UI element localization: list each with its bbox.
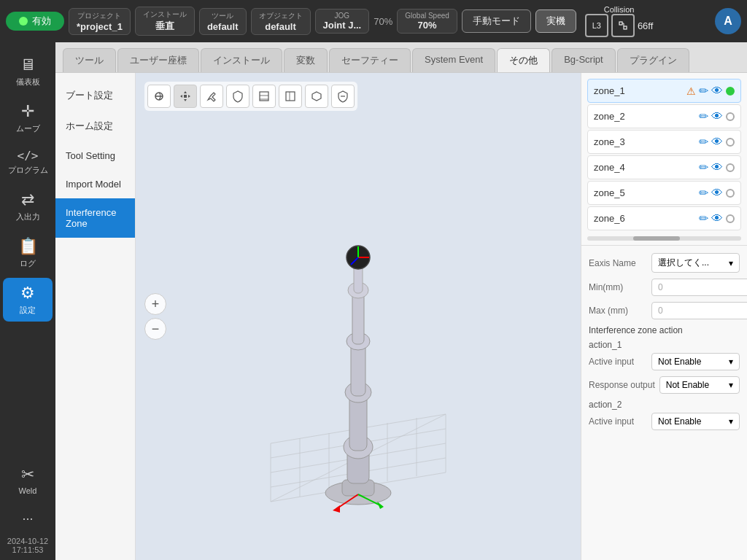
zone-3-edit-icon[interactable]: ✏: [699, 135, 708, 149]
nav-tool-setting[interactable]: Tool Setting: [55, 141, 135, 170]
interference-zone-title: Interference zone action: [589, 325, 740, 335]
view-btn-shield2[interactable]: [331, 85, 355, 108]
content-area: ツール ユーザー座標 インストール 変数 セーフティー System Event…: [55, 42, 747, 560]
sidebar-label-log: ログ: [20, 258, 36, 269]
view-btn-move[interactable]: [174, 85, 197, 108]
global-label: Global Speed: [405, 12, 449, 20]
nav-interference-zone[interactable]: Interference Zone: [55, 198, 135, 238]
active-input-row: Active input Not Enable ▾: [589, 353, 740, 370]
tab-safety[interactable]: セーフティー: [329, 48, 411, 72]
tab-variables[interactable]: 変数: [284, 48, 328, 72]
sidebar-weld[interactable]: ✂ Weld: [15, 459, 42, 501]
response-output-dropdown[interactable]: Not Enable ▾: [659, 376, 740, 394]
zone-1-eye-icon[interactable]: 👁: [711, 85, 723, 98]
min-input[interactable]: [651, 279, 747, 296]
install-value: 垂直: [155, 20, 174, 33]
zone-2-edit-icon[interactable]: ✏: [699, 109, 708, 123]
active-input-value: Not Enable: [658, 357, 701, 367]
svg-marker-44: [377, 502, 384, 509]
tabs-bar: ツール ユーザー座標 インストール 変数 セーフティー System Event…: [55, 42, 747, 73]
view-btn-tool[interactable]: [200, 85, 223, 108]
view-toolbar: [144, 82, 357, 111]
object-value: default: [265, 21, 296, 32]
view-btn-box3[interactable]: [305, 85, 328, 108]
zone-2-eye-icon[interactable]: 👁: [711, 110, 723, 123]
manual-mode-button[interactable]: 手動モード: [462, 9, 531, 33]
tab-other[interactable]: その他: [497, 48, 550, 72]
response-output-chevron-icon: ▾: [729, 380, 733, 390]
zone-5-eye-icon[interactable]: 👁: [711, 187, 723, 200]
project-label: プロジェクト: [77, 11, 121, 21]
sidebar-item-settings[interactable]: ⚙ 設定: [3, 278, 53, 322]
collision-expand-icon[interactable]: [611, 14, 635, 37]
program-icon: </>: [18, 149, 39, 163]
max-input[interactable]: [651, 302, 747, 319]
svg-marker-42: [333, 505, 340, 513]
sidebar-item-log[interactable]: 📋 ログ: [3, 231, 53, 275]
eaxis-label: Eaxis Name: [589, 258, 647, 268]
eaxis-placeholder: 選択してく...: [658, 257, 709, 269]
main-layout: 🖥 儀表板 ✛ ムーブ </> プログラム ⇄ 入出力 📋 ログ ⚙ 設定 ✂ …: [0, 42, 747, 560]
zoom-in-button[interactable]: +: [144, 293, 166, 315]
active-input2-dropdown[interactable]: Not Enable ▾: [651, 413, 740, 430]
sidebar-item-dashboard[interactable]: 🖥 儀表板: [3, 50, 53, 93]
view-btn-rotate[interactable]: [147, 85, 171, 108]
global-speed-group[interactable]: Global Speed 70%: [397, 9, 457, 34]
zone-2-name: zone_2: [594, 111, 696, 122]
status-dot: [19, 17, 28, 26]
zone-3-dot: [726, 138, 735, 147]
tab-user-coord[interactable]: ユーザー座標: [117, 48, 199, 72]
eaxis-select[interactable]: 選択してく... ▾: [651, 253, 740, 273]
view-btn-shield[interactable]: [226, 85, 249, 108]
active-input2-row: Active input Not Enable ▾: [589, 413, 740, 430]
dashboard-icon: 🖥: [20, 55, 36, 74]
nav-home-settings[interactable]: ホーム設定: [55, 111, 135, 141]
tool-group[interactable]: ツール default: [199, 8, 247, 35]
nav-boot-settings[interactable]: ブート設定: [55, 80, 135, 111]
zone-6-edit-icon[interactable]: ✏: [699, 211, 708, 225]
status-button[interactable]: 有効: [6, 12, 64, 31]
zoom-out-button[interactable]: −: [144, 318, 166, 340]
active-mode-button[interactable]: 実機: [535, 9, 576, 33]
zone-4-eye-icon[interactable]: 👁: [711, 161, 723, 174]
svg-rect-0: [619, 22, 622, 25]
max-label: Max (mm): [589, 306, 647, 316]
global-value: 70%: [418, 20, 437, 31]
active-input2-value: Not Enable: [658, 416, 701, 427]
collision-num: 66ff: [638, 20, 653, 31]
collision-box: Collision L3 66ff: [581, 4, 657, 39]
jog-group[interactable]: JOG Joint J...: [315, 9, 370, 34]
sidebar-item-move[interactable]: ✛ ムーブ: [3, 96, 53, 140]
sidebar-label-dashboard: 儀表板: [16, 77, 40, 88]
action2-label: action_2: [589, 400, 740, 410]
zone-1-dot: [726, 87, 735, 96]
zone-4-edit-icon[interactable]: ✏: [699, 160, 708, 174]
install-group[interactable]: インストール 垂直: [135, 7, 195, 36]
zone-5-edit-icon[interactable]: ✏: [699, 186, 708, 200]
tab-system-event[interactable]: System Event: [412, 48, 495, 72]
object-label: オブジェクト: [259, 11, 303, 21]
project-group[interactable]: プロジェクト *project_1: [69, 8, 131, 35]
tab-bg-script[interactable]: Bg-Script: [551, 48, 615, 72]
view-btn-box2[interactable]: [279, 85, 302, 108]
topbar: 有効 プロジェクト *project_1 インストール 垂直 ツール defau…: [0, 0, 747, 42]
active-input-dropdown[interactable]: Not Enable ▾: [651, 353, 740, 370]
object-group[interactable]: オブジェクト default: [251, 8, 311, 35]
tab-install[interactable]: インストール: [201, 48, 282, 72]
zone-3-name: zone_3: [594, 136, 696, 147]
scroll-indicator: [633, 236, 679, 241]
collision-icon[interactable]: L3: [585, 14, 608, 37]
zone-5-dot: [726, 189, 735, 198]
tab-tool[interactable]: ツール: [63, 48, 116, 72]
sidebar-item-io[interactable]: ⇄ 入出力: [3, 184, 53, 228]
sidebar-more[interactable]: ...: [18, 504, 37, 528]
sidebar-item-program[interactable]: </> プログラム: [3, 143, 53, 182]
zone-1-edit-icon[interactable]: ✏: [699, 84, 708, 98]
avatar[interactable]: A: [715, 8, 741, 34]
zone-3-eye-icon[interactable]: 👁: [711, 136, 723, 149]
robot-svg: [234, 195, 482, 545]
view-btn-box1[interactable]: [252, 85, 276, 108]
nav-import-model[interactable]: Import Model: [55, 170, 135, 198]
tab-plugin[interactable]: プラグイン: [617, 48, 689, 72]
zone-6-eye-icon[interactable]: 👁: [711, 212, 723, 225]
